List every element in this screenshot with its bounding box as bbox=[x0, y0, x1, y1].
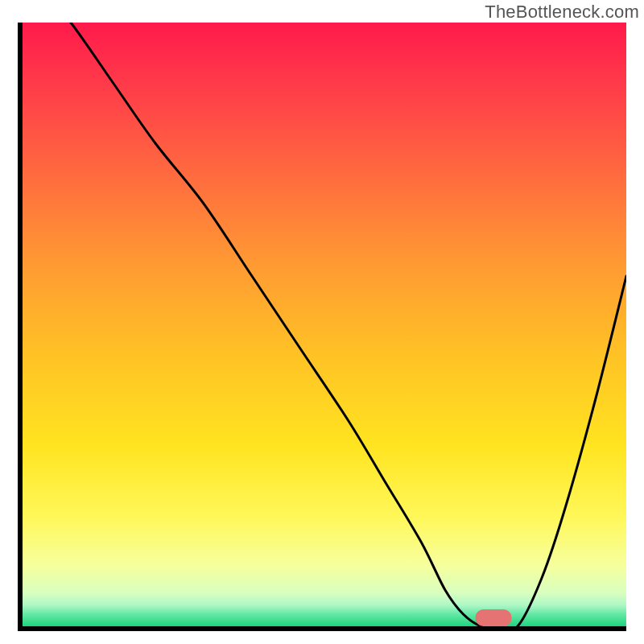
watermark-text: TheBottleneck.com bbox=[485, 2, 639, 23]
plot-area bbox=[18, 23, 626, 631]
chart-root: TheBottleneck.com bbox=[0, 0, 644, 644]
gradient-background bbox=[23, 23, 626, 626]
plot-svg bbox=[23, 23, 626, 626]
optimal-marker bbox=[476, 609, 512, 626]
